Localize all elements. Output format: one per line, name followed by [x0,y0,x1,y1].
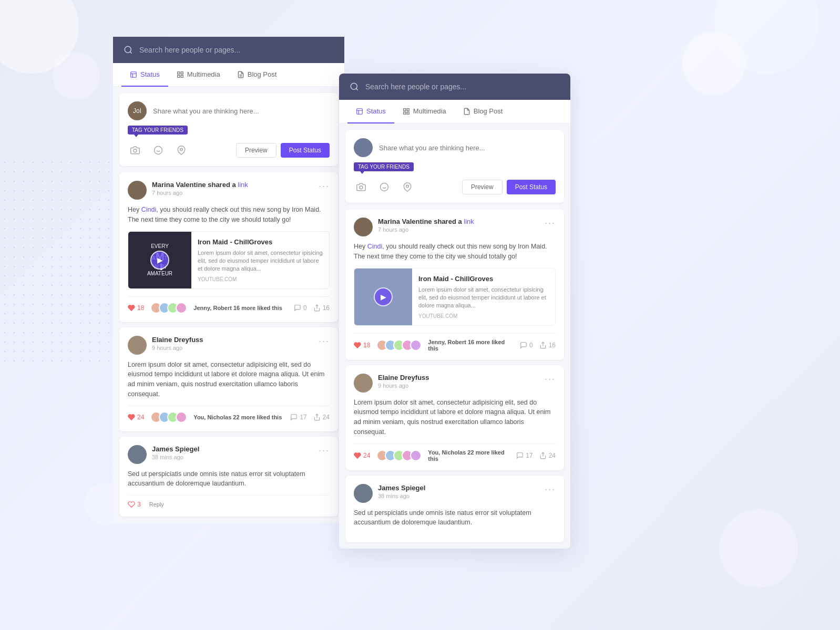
preview-button[interactable]: Preview [236,143,276,158]
svg-point-12 [180,148,183,151]
play-button[interactable]: ▶ [150,251,169,270]
post-actions-right-marina: 0 16 [294,304,330,312]
location-button-2[interactable] [400,180,415,194]
post-composer-1: JoI TAG YOUR FRIENDS Preview Post Status [119,93,338,166]
composer-right-actions-2: Preview Post Status [462,180,556,194]
tab-multimedia-1[interactable]: Multimedia [168,63,229,87]
post-body-james: Sed ut perspiciatis unde omnis iste natu… [128,469,330,489]
avatar-stack-marina [150,302,187,314]
comment-icon-m2 [520,342,527,349]
search-bar-2[interactable] [339,74,570,100]
reply-button-james[interactable]: Reply [149,501,164,508]
shared-link[interactable]: link [238,181,248,189]
author-name-james: James Spiegel [152,445,313,453]
avatar-james [128,445,147,464]
like-button-marina[interactable]: 18 [128,304,144,312]
post-body-elaine: Lorem ipsum dolor sit amet, consectetur … [128,360,330,399]
like-button-james[interactable]: 3 [128,501,141,508]
camera-button[interactable] [128,143,142,158]
post-footer-elaine-2: 24 You, Nicholas 22 more liked this [354,443,556,462]
search-input-1[interactable] [139,46,334,54]
post-time-marina: 7 hours ago [152,190,313,196]
shared-link-2[interactable]: link [464,218,474,225]
link-info: Iron Maid - ChillGroves Lorem ipsum dolo… [191,232,329,288]
post-menu-james-2[interactable]: ··· [545,484,556,495]
post-status-button[interactable]: Post Status [281,143,330,158]
composer-text-input-2[interactable] [379,144,556,152]
location-icon [177,146,186,155]
camera-icon-2 [356,182,366,192]
share-icon-e2 [539,452,547,459]
tab-blogpost-1[interactable]: Blog Post [229,63,285,87]
svg-point-8 [134,149,137,152]
post-header-james: James Spiegel 38 mins ago ··· [128,445,330,464]
tab-status-2[interactable]: Status [347,100,394,123]
location-button[interactable] [174,143,189,158]
emoji-button[interactable] [151,143,166,158]
post-body-james-2: Sed ut perspiciatis unde omnis iste natu… [354,508,556,528]
share-button-marina-2[interactable]: 16 [539,342,556,349]
le5 [410,450,422,461]
post-menu-marina-2[interactable]: ··· [545,218,556,229]
play-button-2[interactable]: ▶ [374,287,393,306]
avatar-marina [128,181,147,200]
camera-button-2[interactable] [354,180,368,194]
avatar-stack-elaine-2 [376,450,422,461]
post-elaine: Elaine Dreyfuss 9 hours ago ··· Lorem ip… [119,327,338,431]
post-header-james-2: James Spiegel 38 mins ago ··· [354,484,556,503]
like-button-elaine[interactable]: 24 [128,414,144,421]
avatar-stack-marina-2 [376,339,422,351]
post-marina-2: Marina Valentine shared a link 7 hours a… [345,209,564,360]
comment-button-marina-2[interactable]: 0 [520,342,533,349]
post-status-button-2[interactable]: Post Status [507,180,556,194]
search-bar-1[interactable] [113,37,344,63]
tag-tooltip-2: TAG YOUR FRIENDS [354,162,414,171]
la5 [410,339,422,351]
avatar-elaine-2 [354,374,373,393]
post-footer-james: 3 Reply [128,495,330,508]
heart-icon-e2 [354,452,361,459]
preview-button-2[interactable]: Preview [462,180,503,194]
link-thumb: EVERYAMTW▐NAMATEUR ▶ [128,232,191,288]
comment-icon-e2 [516,452,524,459]
tabs-1: Status Multimedia Blog Post [113,63,344,87]
tab-status-1[interactable]: Status [121,63,168,87]
share-button-elaine[interactable]: 24 [313,414,330,421]
link-preview-marina-2: ▶ Iron Maid - ChillGroves Lorem ipsum do… [354,268,556,326]
link-preview-marina: EVERYAMTW▐NAMATEUR ▶ Iron Maid - ChillGr… [128,231,330,289]
svg-rect-2 [178,71,180,74]
post-elaine-2: Elaine Dreyfuss 9 hours ago ··· Lorem ip… [345,365,564,470]
liked-by-elaine-2: You, Nicholas 22 more liked this [428,449,512,462]
tab-multimedia-2[interactable]: Multimedia [394,100,455,123]
share-button-elaine-2[interactable]: 24 [539,452,556,459]
post-menu-elaine[interactable]: ··· [319,336,330,347]
post-menu-marina[interactable]: ··· [319,181,330,192]
liked-avatar-e4 [176,411,187,423]
like-button-elaine-2[interactable]: 24 [354,452,370,459]
panel-1: Status Multimedia Blog Post JoI TAG YOUR… [113,37,344,523]
emoji-button-2[interactable] [377,180,392,194]
comment-button-elaine[interactable]: 17 [290,414,306,421]
post-time-marina-2: 7 hours ago [378,226,539,233]
author-name-marina-2: Marina Valentine shared a link [378,218,539,225]
share-button-marina[interactable]: 16 [313,304,330,312]
post-menu-elaine-2[interactable]: ··· [545,374,556,385]
composer-avatar: JoI [128,101,147,120]
post-menu-james[interactable]: ··· [319,445,330,456]
svg-rect-19 [404,112,406,114]
blogpost-icon [237,71,244,78]
link-url-2: YOUTUBE.COM [418,313,549,319]
search-input-2[interactable] [365,82,560,91]
heart-icon-james [128,501,135,508]
composer-text-input[interactable] [153,107,330,115]
comment-button-elaine-2[interactable]: 17 [516,452,532,459]
share-icon-m2 [539,342,547,349]
link-thumb-2: ▶ [354,268,412,325]
like-button-marina-2[interactable]: 18 [354,342,370,349]
comment-icon-marina [294,304,301,312]
link-info-2: Iron Maid - ChillGroves Lorem ipsum dolo… [412,268,555,325]
comment-button-marina[interactable]: 0 [294,304,307,312]
tab-blogpost-2[interactable]: Blog Post [455,100,511,123]
svg-point-0 [125,46,131,53]
post-actions-right-elaine-2: 17 24 [516,452,556,459]
